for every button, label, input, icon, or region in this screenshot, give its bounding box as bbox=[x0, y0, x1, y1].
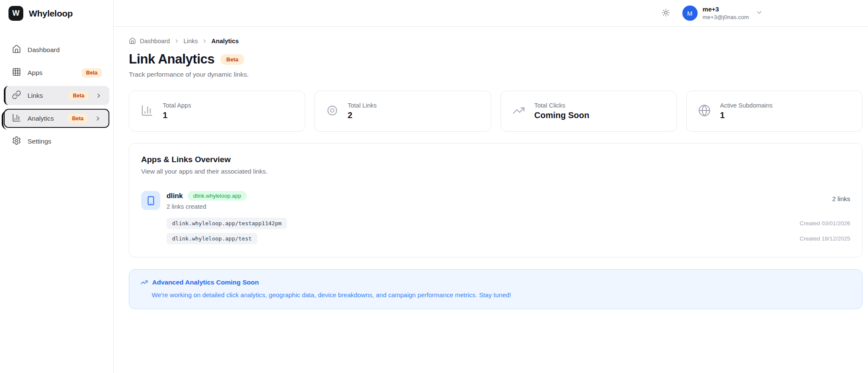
gear-icon bbox=[12, 136, 21, 147]
sidebar-item-label: Links bbox=[28, 92, 43, 99]
sidebar-nav: Dashboard Apps Beta Links Beta Analytics… bbox=[0, 27, 113, 151]
globe-icon bbox=[698, 104, 711, 119]
app-links-created: 2 links created bbox=[167, 203, 247, 210]
sidebar-item-links[interactable]: Links Beta bbox=[4, 86, 109, 105]
page-content: Dashboard Links Analytics Link Analytics… bbox=[114, 27, 868, 309]
brand-logo-letter: W bbox=[12, 9, 19, 18]
breadcrumb-links[interactable]: Links bbox=[184, 38, 198, 44]
stat-card-total-links: Total Links 2 bbox=[314, 91, 491, 132]
trending-up-icon bbox=[140, 279, 148, 286]
sidebar-item-label: Apps bbox=[28, 69, 42, 77]
stat-card-total-clicks: Total Clicks Coming Soon bbox=[501, 91, 677, 132]
sidebar-item-settings[interactable]: Settings bbox=[4, 132, 109, 151]
eye-icon bbox=[326, 105, 338, 118]
link-icon bbox=[12, 90, 21, 101]
sidebar-item-analytics[interactable]: Analytics Beta bbox=[4, 109, 109, 128]
theme-toggle-button[interactable] bbox=[662, 8, 670, 18]
link-row: dlink.whyleloop.app/test Created 18/12/2… bbox=[167, 233, 850, 244]
page-subtitle: Track performance of your dynamic links. bbox=[129, 71, 862, 78]
breadcrumb: Dashboard Links Analytics bbox=[129, 37, 862, 44]
stat-card-active-subdomains: Active Subdomains 1 bbox=[686, 91, 862, 132]
beta-badge: Beta bbox=[68, 91, 89, 100]
title-row: Link Analytics Beta bbox=[129, 52, 862, 67]
main-column: M me+3 me+3@j0nas.com Dashboard Links An… bbox=[114, 0, 868, 373]
advanced-analytics-banner: Advanced Analytics Coming Soon We're wor… bbox=[129, 269, 862, 309]
sidebar-item-label: Analytics bbox=[28, 115, 54, 122]
trending-up-icon bbox=[512, 104, 525, 119]
stat-value: 1 bbox=[720, 111, 773, 120]
chevron-right-icon bbox=[202, 38, 208, 44]
brand-name: Whyleloop bbox=[29, 8, 72, 19]
link-url[interactable]: dlink.whyleloop.app/testapp1142pm bbox=[167, 218, 287, 229]
stat-value: 2 bbox=[348, 111, 377, 120]
link-url[interactable]: dlink.whyleloop.app/test bbox=[167, 233, 257, 244]
apps-links-overview-card: Apps & Links Overview View all your apps… bbox=[129, 143, 862, 257]
smartphone-icon bbox=[141, 191, 160, 210]
sidebar-item-apps[interactable]: Apps Beta bbox=[4, 63, 109, 82]
chevron-right-icon bbox=[95, 92, 102, 99]
link-created-date: Created 18/12/2025 bbox=[800, 235, 850, 242]
stat-card-total-apps: Total Apps 1 bbox=[129, 91, 305, 132]
home-icon bbox=[129, 37, 136, 44]
beta-badge: Beta bbox=[67, 114, 88, 123]
user-info[interactable]: me+3 me+3@j0nas.com bbox=[703, 6, 749, 21]
sidebar-item-label: Dashboard bbox=[28, 46, 60, 54]
beta-badge: Beta bbox=[220, 54, 244, 65]
sidebar-item-dashboard[interactable]: Dashboard bbox=[4, 40, 109, 59]
home-icon bbox=[12, 44, 21, 55]
sun-icon bbox=[662, 8, 670, 18]
links-list: dlink.whyleloop.app/testapp1142pm Create… bbox=[167, 218, 850, 244]
link-row: dlink.whyleloop.app/testapp1142pm Create… bbox=[167, 218, 850, 229]
app-links-count: 2 links bbox=[832, 191, 850, 202]
user-email: me+3@j0nas.com bbox=[703, 14, 749, 21]
stat-label: Total Clicks bbox=[534, 102, 590, 109]
stat-value: 1 bbox=[163, 111, 191, 120]
app-window: W Whyleloop Dashboard Apps Beta Links Be… bbox=[0, 0, 868, 373]
app-domain-badge: dlink.whyleloop.app bbox=[188, 191, 247, 201]
breadcrumb-analytics: Analytics bbox=[211, 38, 239, 44]
breadcrumb-dashboard[interactable]: Dashboard bbox=[140, 38, 170, 44]
grid-icon bbox=[12, 67, 21, 78]
page-title: Link Analytics bbox=[129, 52, 214, 67]
stat-label: Total Apps bbox=[163, 102, 191, 109]
banner-title: Advanced Analytics Coming Soon bbox=[152, 279, 259, 286]
bar-chart-icon bbox=[12, 113, 21, 124]
overview-title: Apps & Links Overview bbox=[141, 155, 850, 164]
bar-chart-icon bbox=[141, 104, 153, 119]
app-name: dlink bbox=[167, 192, 183, 200]
banner-body: We're working on detailed click analytic… bbox=[152, 291, 851, 298]
chevron-down-icon[interactable] bbox=[756, 9, 763, 18]
sidebar: W Whyleloop Dashboard Apps Beta Links Be… bbox=[0, 0, 114, 373]
chevron-right-icon bbox=[95, 115, 101, 122]
chevron-right-icon bbox=[174, 38, 180, 44]
top-header: M me+3 me+3@j0nas.com bbox=[114, 0, 868, 27]
stats-row: Total Apps 1 Total Links 2 Total Clicks bbox=[129, 91, 862, 132]
overview-subtitle: View all your apps and their associated … bbox=[141, 168, 850, 175]
brand[interactable]: W Whyleloop bbox=[0, 0, 113, 27]
link-created-date: Created 03/01/2026 bbox=[800, 220, 850, 227]
stat-label: Active Subdomains bbox=[720, 102, 773, 109]
user-name: me+3 bbox=[703, 6, 749, 14]
brand-logo: W bbox=[8, 6, 23, 21]
beta-badge: Beta bbox=[81, 68, 102, 77]
avatar-letter: M bbox=[687, 10, 693, 17]
app-row: dlink dlink.whyleloop.app 2 links create… bbox=[141, 191, 850, 210]
avatar[interactable]: M bbox=[682, 6, 698, 21]
stat-label: Total Links bbox=[348, 102, 377, 109]
sidebar-item-label: Settings bbox=[28, 138, 51, 145]
stat-value: Coming Soon bbox=[534, 111, 590, 120]
